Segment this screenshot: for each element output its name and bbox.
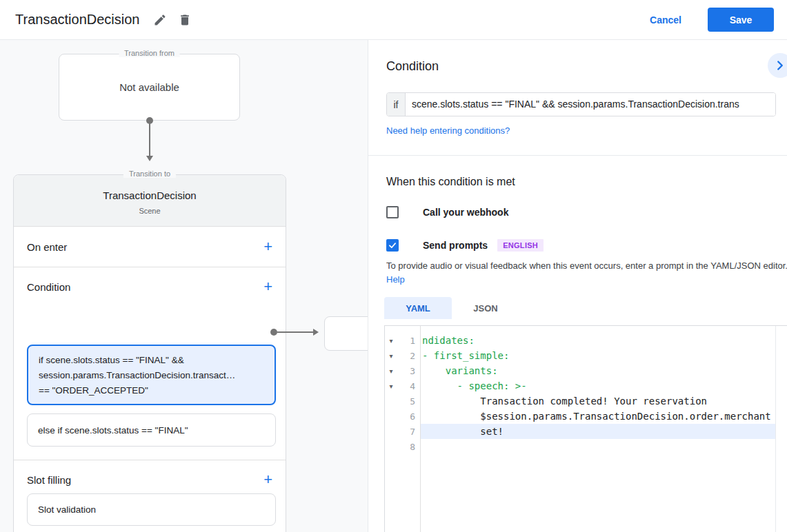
condition-label: Condition <box>27 281 70 293</box>
condition-line: == "ORDER_ACCEPTED" <box>39 383 264 398</box>
tab-json[interactable]: JSON <box>452 297 519 319</box>
scene-header: TransactionDecision Scene <box>14 175 286 227</box>
condition-detail-panel: Condition if scene.slots.status == "FINA… <box>368 40 787 532</box>
code-line: ndidates: <box>421 333 775 348</box>
code-line-highlighted: set! <box>421 424 775 439</box>
fold-toggle-icon[interactable]: ▾ <box>385 352 397 360</box>
connector-line-horizontal <box>277 331 313 333</box>
slot-filling-label: Slot filling <box>27 474 71 486</box>
line-number: 8 <box>397 442 420 452</box>
section-divider <box>14 460 286 460</box>
panel-heading: Condition <box>386 59 439 74</box>
description-text: To provide audio or visual feedback when… <box>386 260 787 271</box>
fold-toggle-icon[interactable]: ▾ <box>385 367 397 375</box>
condition-line: if scene.slots.status == "FINAL" && <box>39 353 264 368</box>
save-button[interactable]: Save <box>708 8 774 32</box>
scene-flow-canvas: Transition from Not available Transition… <box>0 40 368 532</box>
on-enter-label: On enter <box>27 241 67 253</box>
top-bar: TransactionDecision Cancel Save <box>0 0 787 40</box>
on-enter-section: On enter + <box>14 227 286 267</box>
send-prompts-label: Send prompts <box>423 240 488 251</box>
fold-toggle-icon[interactable]: ▾ <box>385 382 397 390</box>
check-icon <box>388 241 397 250</box>
send-prompts-checkbox[interactable] <box>386 239 399 252</box>
add-slot-button[interactable]: + <box>263 473 272 487</box>
transition-from-legend: Transition from <box>119 49 180 57</box>
panel-divider <box>368 155 787 156</box>
condition-line: session.params.TransactionDecision.trans… <box>39 368 264 383</box>
chevron-right-icon <box>773 58 787 73</box>
delete-button[interactable] <box>172 8 197 32</box>
code-line: - first_simple: <box>421 348 775 363</box>
transition-target-node[interactable] <box>324 316 368 351</box>
code-line: Transaction completed! Your reservation <box>421 393 775 409</box>
condition-expression-input[interactable]: scene.slots.status == "FINAL" && session… <box>406 93 775 116</box>
editor-scrollbar-track[interactable] <box>775 326 787 532</box>
line-number: 5 <box>397 396 420 407</box>
code-line: $session.params.TransactionDecision.orde… <box>421 409 775 424</box>
condition-section-header: Condition + <box>14 276 286 297</box>
connector-dot <box>270 329 277 336</box>
slot-card-label: Slot validation <box>38 504 96 515</box>
yaml-code-editor[interactable]: ▾1 ▾2 ▾3 ▾4 5 6 7 8 ndidates: - first_si… <box>384 325 787 532</box>
slot-filling-section-header: Slot filling + <box>14 469 286 490</box>
line-number: 2 <box>397 351 420 361</box>
collapse-panel-button[interactable] <box>768 53 787 78</box>
line-number: 6 <box>397 411 420 422</box>
conditions-help-link[interactable]: Need help entering conditions? <box>386 125 510 136</box>
fold-toggle-icon[interactable]: ▾ <box>385 337 397 345</box>
transition-from-box: Transition from Not available <box>59 54 240 121</box>
add-on-enter-button[interactable]: + <box>263 240 272 254</box>
transition-to-card: Transition to TransactionDecision Scene … <box>13 174 286 532</box>
webhook-checkbox-row: Call your webhook <box>386 206 508 218</box>
page-title: TransactionDecision <box>15 12 139 28</box>
arrow-down-icon <box>146 156 153 161</box>
pencil-icon <box>153 13 167 27</box>
edit-button[interactable] <box>148 8 172 32</box>
scene-subtitle: Scene <box>14 207 286 215</box>
condition-card-selected[interactable]: if scene.slots.status == "FINAL" && sess… <box>27 345 276 405</box>
tab-yaml[interactable]: YAML <box>384 297 452 319</box>
prompt-editor-description: To provide audio or visual feedback when… <box>386 259 787 287</box>
condition-line: else if scene.slots.status == "FINAL" <box>38 425 188 436</box>
editor-gutter: ▾1 ▾2 ▾3 ▾4 5 6 7 8 <box>385 326 421 532</box>
help-link[interactable]: Help <box>386 274 405 285</box>
line-number: 4 <box>397 381 420 391</box>
arrow-right-icon <box>313 329 319 336</box>
call-webhook-checkbox[interactable] <box>386 206 399 218</box>
editor-code-area[interactable]: ndidates: - first_simple: variants: - sp… <box>421 326 775 532</box>
prompts-checkbox-row: Send prompts ENGLISH <box>386 239 544 252</box>
code-line: variants: <box>421 363 775 378</box>
connector-line-vertical <box>149 123 150 156</box>
condition-card[interactable]: else if scene.slots.status == "FINAL" <box>27 413 276 447</box>
code-line <box>421 439 775 454</box>
condition-expression-row: if scene.slots.status == "FINAL" && sess… <box>386 92 776 116</box>
transition-from-content: Not available <box>119 81 179 93</box>
call-webhook-label: Call your webhook <box>423 207 508 218</box>
line-number: 7 <box>397 427 420 437</box>
add-condition-button[interactable]: + <box>263 280 272 294</box>
when-condition-heading: When this condition is met <box>386 176 515 188</box>
cancel-button[interactable]: Cancel <box>650 14 681 25</box>
language-badge: ENGLISH <box>497 239 544 252</box>
scene-title: TransactionDecision <box>14 190 286 201</box>
line-number: 1 <box>397 336 420 346</box>
editor-format-tabs: YAML JSON <box>384 297 519 319</box>
transition-to-legend: Transition to <box>123 170 176 178</box>
line-number: 3 <box>397 366 420 376</box>
slot-card-validation[interactable]: Slot validation <box>27 493 276 526</box>
if-label: if <box>387 93 406 116</box>
trash-icon <box>178 13 192 27</box>
code-line: - speech: >- <box>421 378 775 393</box>
